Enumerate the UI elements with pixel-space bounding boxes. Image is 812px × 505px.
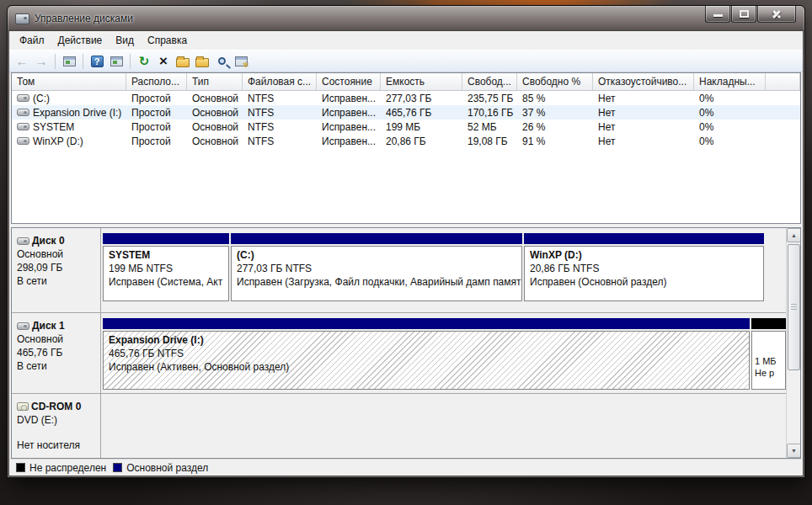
scroll-up-icon[interactable]: ▲ [787, 228, 801, 242]
title-bar[interactable]: Управление дисками [8, 6, 804, 31]
forward-icon[interactable]: → [34, 54, 49, 69]
cell-type: Основной [187, 136, 243, 147]
toolbar-separator [83, 54, 83, 69]
maximize-button[interactable] [731, 6, 756, 23]
legend-primary-partition: Основной раздел [113, 462, 208, 474]
disk-name: CD-ROM 0 [31, 400, 81, 413]
menu-view[interactable]: Вид [109, 32, 141, 49]
cell-fault-tolerance: Нет [593, 93, 694, 104]
cell-overhead: 0% [694, 136, 766, 147]
unallocated-space[interactable]: 1 МБ Не р [751, 318, 786, 390]
cell-free: 52 МБ [462, 121, 517, 133]
settings-icon[interactable] [233, 54, 248, 69]
header-free-pct[interactable]: Свободно % [517, 73, 593, 90]
header-capacity[interactable]: Емкость [381, 73, 462, 90]
cell-status: Исправен... [317, 136, 381, 147]
close-button[interactable] [757, 6, 796, 23]
cell-volume: WinXP (D:) [33, 136, 83, 147]
disk-type: DVD (E:) [17, 413, 97, 427]
table-row-volume-winxp[interactable]: WinXP (D:) Простой Основной NTFS Исправе… [12, 134, 800, 148]
app-icon [15, 13, 29, 24]
cell-overhead: 0% [694, 121, 766, 133]
cell-layout: Простой [126, 107, 187, 119]
table-row-volume-expansion[interactable]: Expansion Drive (I:) Простой Основной NT… [12, 105, 800, 120]
disk-name: Диск 0 [32, 234, 65, 247]
minimize-button[interactable] [705, 6, 730, 23]
disk-0-row: Диск 0 Основной 298,09 ГБ В сети SYSTEM [12, 228, 786, 313]
delete-icon[interactable]: × [156, 54, 171, 69]
partition-name: (C:) [237, 248, 516, 262]
cdrom-icon [17, 402, 29, 411]
status-bar: Не распределен Основной раздел [9, 459, 803, 476]
disk-0-label[interactable]: Диск 0 Основной 298,09 ГБ В сети [12, 228, 101, 312]
menu-action[interactable]: Действие [51, 32, 110, 49]
scrollbar-thumb[interactable] [788, 244, 800, 370]
disk-size: 298,09 ГБ [17, 261, 97, 274]
close-icon [772, 8, 783, 19]
cell-free: 19,08 ГБ [462, 136, 517, 147]
partition-size: 20,86 ГБ NTFS [530, 262, 758, 275]
zoom-icon[interactable] [214, 54, 229, 69]
console-window-icon[interactable] [61, 54, 77, 69]
partition-status: Исправен (Основной раздел) [530, 275, 758, 289]
partition-expansion-drive[interactable]: Expansion Drive (I:) 465,76 ГБ NTFS Испр… [103, 318, 750, 390]
cell-volume: Expansion Drive (I:) [33, 107, 121, 119]
cell-type: Основной [187, 121, 243, 133]
unallocated-size: 1 МБ [755, 355, 783, 367]
header-free[interactable]: Свобод... [462, 73, 517, 90]
cell-overhead: 0% [694, 107, 766, 119]
cell-layout: Простой [126, 121, 187, 133]
disk-1-label[interactable]: Диск 1 Основной 465,76 ГБ В сети [12, 313, 101, 393]
unallocated-label: Не р [755, 367, 783, 379]
cell-filesystem: NTFS [243, 121, 317, 133]
window-title: Управление дисками [35, 13, 133, 24]
cdrom-empty-area [101, 394, 786, 458]
properties-icon[interactable] [175, 54, 190, 69]
partition-status: Исправен (Система, Акт [109, 275, 223, 289]
vertical-scrollbar[interactable]: ▲ ▼ [786, 228, 800, 458]
disk-icon [17, 322, 29, 330]
header-type[interactable]: Тип [187, 73, 243, 90]
unallocated-strip [751, 318, 786, 329]
header-filesystem[interactable]: Файловая с... [243, 73, 317, 90]
partition-winxp[interactable]: WinXP (D:) 20,86 ГБ NTFS Исправен (Основ… [524, 233, 764, 301]
partition-c[interactable]: (C:) 277,03 ГБ NTFS Исправен (Загрузка, … [231, 233, 522, 301]
cdrom-label[interactable]: CD-ROM 0 DVD (E:) Нет носителя [12, 394, 101, 458]
primary-partition-strip [103, 318, 750, 329]
console-tree-icon[interactable] [109, 54, 124, 69]
cell-capacity: 20,86 ГБ [381, 136, 462, 147]
header-fault-tolerance[interactable]: Отказоустойчиво... [593, 73, 694, 90]
drive-icon [17, 109, 29, 116]
open-folder-icon[interactable] [195, 54, 210, 69]
unallocated-color-swatch [16, 463, 25, 472]
table-row-volume-c[interactable]: (C:) Простой Основной NTFS Исправен... 2… [12, 91, 800, 105]
header-status[interactable]: Состояние [317, 73, 381, 90]
header-overhead[interactable]: Накладны... [694, 73, 766, 90]
back-icon[interactable]: ← [14, 54, 29, 69]
minimize-icon [713, 14, 723, 17]
cell-status: Исправен... [317, 93, 381, 104]
cell-overhead: 0% [694, 93, 766, 104]
cell-volume: (C:) [33, 93, 50, 104]
cell-free-pct: 26 % [517, 121, 593, 133]
graphical-view-pane: Диск 0 Основной 298,09 ГБ В сети SYSTEM [11, 227, 801, 459]
help-icon[interactable]: ? [89, 54, 104, 69]
primary-partition-color-swatch [113, 463, 122, 472]
drive-icon [17, 94, 29, 102]
header-volume[interactable]: Том [12, 73, 126, 90]
primary-partition-strip [524, 233, 764, 244]
disk-name: Диск 1 [32, 319, 65, 332]
disk-status: В сети [17, 274, 97, 288]
partition-system[interactable]: SYSTEM 199 МБ NTFS Исправен (Система, Ак… [103, 233, 229, 301]
menu-file[interactable]: Файл [13, 32, 51, 49]
refresh-icon[interactable]: ↻ [136, 54, 152, 69]
header-layout[interactable]: Располо... [126, 73, 187, 90]
table-row-volume-system[interactable]: SYSTEM Простой Основной NTFS Исправен...… [12, 120, 800, 134]
menu-help[interactable]: Справка [141, 32, 194, 49]
cell-free-pct: 91 % [517, 136, 593, 147]
disk-status: Нет носителя [17, 439, 97, 452]
scroll-down-icon[interactable]: ▼ [787, 444, 801, 458]
cell-fault-tolerance: Нет [593, 136, 694, 147]
cell-capacity: 277,03 ГБ [381, 93, 462, 104]
partition-name: Expansion Drive (I:) [109, 333, 744, 347]
